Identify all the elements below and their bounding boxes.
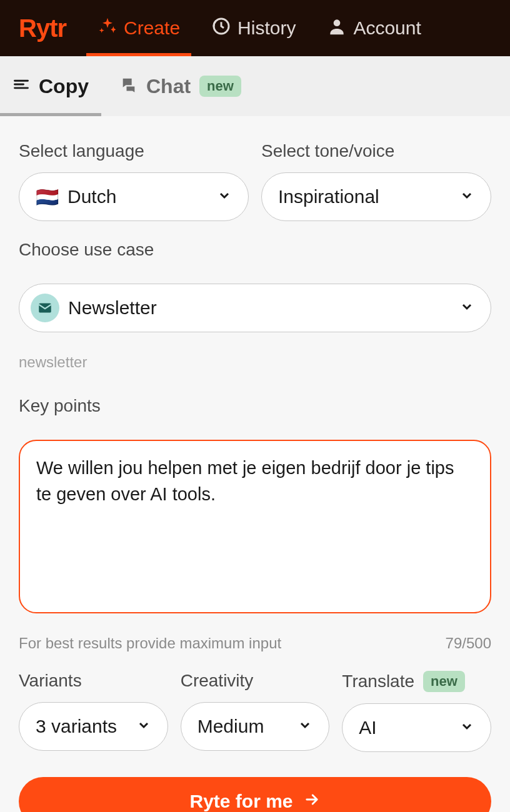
translate-value: AI: [359, 717, 376, 738]
tone-field: Select tone/voice Inspirational: [261, 141, 491, 221]
usecase-label: Choose use case: [19, 240, 491, 260]
arrow-right-icon: [303, 791, 321, 813]
chevron-down-icon: [136, 716, 151, 737]
main-form: Select language 🇳🇱 Dutch Select tone/voi…: [0, 116, 510, 812]
variants-field: Variants 3 variants: [19, 671, 168, 752]
tab-label: Copy: [39, 75, 89, 98]
variants-value: 3 variants: [36, 716, 117, 737]
menu-icon: [12, 75, 30, 98]
logo: Rytr: [19, 14, 66, 42]
keypoints-hint: For best results provide maximum input: [19, 635, 281, 652]
keypoints-label: Key points: [19, 396, 491, 416]
creativity-label: Creativity: [181, 671, 330, 691]
variants-select[interactable]: 3 variants: [19, 702, 168, 751]
translate-field: Translate new AI: [342, 671, 491, 752]
tone-label: Select tone/voice: [261, 141, 491, 161]
usecase-hint: newsletter: [19, 354, 491, 371]
language-label: Select language: [19, 141, 249, 161]
chevron-down-icon: [217, 186, 232, 207]
creativity-field: Creativity Medium: [181, 671, 330, 752]
nav-label: History: [238, 17, 296, 39]
new-badge: new: [423, 671, 465, 692]
mail-icon: [31, 294, 59, 322]
language-select[interactable]: 🇳🇱 Dutch: [19, 172, 249, 221]
new-badge: new: [199, 76, 241, 97]
tone-value: Inspirational: [278, 186, 379, 207]
creativity-value: Medium: [198, 716, 264, 737]
svg-point-1: [334, 19, 341, 26]
variants-label: Variants: [19, 671, 168, 691]
tab-chat[interactable]: Chat new: [120, 56, 241, 116]
nav-account[interactable]: Account: [327, 0, 421, 56]
flag-icon: 🇳🇱: [36, 186, 59, 208]
chat-icon: [120, 75, 138, 98]
nav-history[interactable]: History: [211, 0, 296, 56]
cta-label: Ryte for me: [189, 791, 292, 812]
nav-label: Create: [124, 17, 180, 39]
translate-select[interactable]: AI: [342, 703, 491, 752]
translate-label: Translate: [342, 671, 414, 691]
nav-label: Account: [353, 17, 421, 39]
creativity-select[interactable]: Medium: [181, 702, 330, 751]
ryte-button[interactable]: Ryte for me: [19, 777, 491, 812]
account-icon: [327, 16, 347, 41]
sub-tabs: Copy Chat new: [0, 56, 510, 116]
nav-items: Create History Account: [98, 0, 491, 56]
tab-copy[interactable]: Copy: [12, 56, 89, 116]
language-field: Select language 🇳🇱 Dutch: [19, 141, 249, 221]
language-value: Dutch: [68, 186, 116, 207]
usecase-select[interactable]: Newsletter: [19, 284, 491, 332]
chevron-down-icon: [298, 716, 312, 737]
keypoints-input[interactable]: [19, 440, 491, 613]
chevron-down-icon: [459, 297, 474, 319]
top-header: Rytr Create History Account: [0, 0, 510, 56]
keypoints-counter: 79/500: [446, 635, 491, 652]
sparkle-icon: [98, 16, 118, 41]
chevron-down-icon: [459, 717, 474, 738]
usecase-value: Newsletter: [68, 297, 157, 319]
history-icon: [211, 16, 231, 41]
tone-select[interactable]: Inspirational: [261, 172, 491, 221]
chevron-down-icon: [459, 186, 474, 207]
tab-label: Chat: [146, 75, 191, 98]
nav-create[interactable]: Create: [98, 0, 180, 56]
